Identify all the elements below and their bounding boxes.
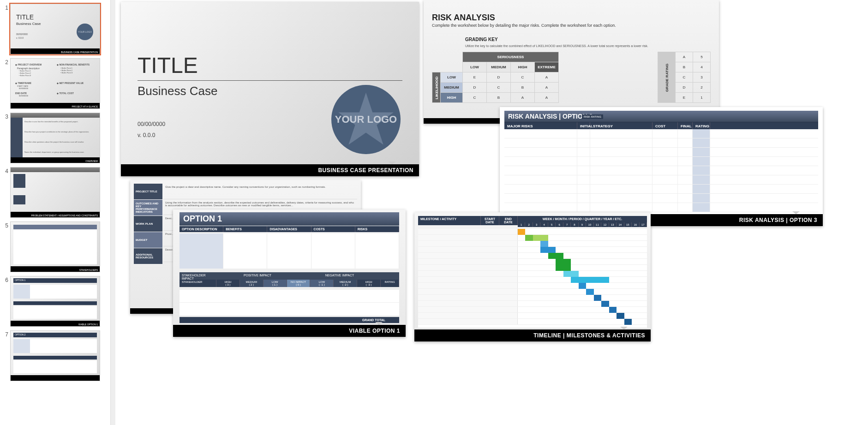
slide-footer: TIMELINE | MILESTONES & ACTIVITIES xyxy=(414,329,651,341)
slide-risk-option3[interactable]: RISK ANALYSIS | OPTION 3 MAJOR RISKSINIT… xyxy=(500,107,823,226)
gantt-period-numbers: 1234567891011121314151617 xyxy=(518,222,647,227)
risk3-header-bar: RISK ANALYSIS | OPTION 3 MAJOR RISKSINIT… xyxy=(504,111,818,127)
grading-key-sub: Utilize the key to calculate the combine… xyxy=(465,44,648,48)
canvas-area: TITLE Business Case 00/00/0000 v. 0.0.0 … xyxy=(111,0,868,425)
slide-title[interactable]: TITLE Business Case 00/00/0000 v. 0.0.0 … xyxy=(121,2,419,176)
slide-timeline[interactable]: MILESTONE / ACTIVITY START DATE END DATE… xyxy=(414,212,651,341)
logo-placeholder: YOUR LOGO xyxy=(331,85,401,154)
date-field: 00/00/0000 xyxy=(138,121,165,127)
scroll-indicator xyxy=(111,0,115,425)
slide-thumbnail-1[interactable]: TITLEBusiness Case00/00/0000v. 0.0.0YOUR… xyxy=(10,4,100,54)
main-title: TITLE xyxy=(138,53,198,78)
risk-subtitle: Complete the worksheet below by detailin… xyxy=(432,23,616,28)
risk-matrix: SERIOUSNESSLOWMEDIUMHIGHEXTREMELIKELIHOO… xyxy=(432,52,559,103)
slide-thumbnail-3[interactable]: Describe in one line the intended benefi… xyxy=(10,113,100,163)
main-subtitle: Business Case xyxy=(138,84,217,98)
slide-risk-analysis[interactable]: RISK ANALYSIS Complete the worksheet bel… xyxy=(424,0,719,124)
slide-footer: BUSINESS CASE PRESENTATION xyxy=(121,164,419,176)
stakeholder-grid xyxy=(180,290,399,316)
slide-thumbnail-6[interactable]: OPTION 1 VIABLE OPTION 1 xyxy=(10,276,100,327)
logo-text: YOUR LOGO xyxy=(331,85,401,154)
version-field: v. 0.0.0 xyxy=(138,132,155,138)
gantt-grid xyxy=(418,229,647,328)
impact-scale-row: STAKEHOLDERHIGH( 3 )MEDIUM( 2 )LOW( 1 )N… xyxy=(180,280,399,287)
slide-option1[interactable]: OPTION 1 OPTION DESCRIPTIONBENEFITSDISAD… xyxy=(173,210,406,337)
slide-thumbnail-7[interactable]: OPTION 2 xyxy=(10,330,100,381)
option1-title: OPTION 1 xyxy=(180,212,399,226)
slide-thumbnails-panel: 1TITLEBusiness Case00/00/0000v. 0.0.0YOU… xyxy=(0,0,111,425)
risk3-grid xyxy=(504,129,818,212)
slide-thumbnail-2[interactable]: ◆ PROJECT OVERVIEW Paragraph description… xyxy=(10,58,100,109)
slide-footer: VIABLE OPTION 1 xyxy=(173,325,406,337)
project-side-labels: PROJECT TITLEOUTCOMES AND KEY PERFORMANC… xyxy=(134,184,162,300)
risk-title: RISK ANALYSIS xyxy=(432,13,495,23)
slide-thumbnail-5[interactable]: STAKEHOLDERS xyxy=(10,221,100,272)
grading-key-title: GRADING KEY xyxy=(465,37,498,42)
grade-table: GRADE RATINGA5B4C3D2E1 xyxy=(658,52,711,103)
option1-body xyxy=(180,233,399,269)
slide-thumbnail-4[interactable]: PROBLEM STATEMENT / ASSUMPTIONS AND CONS… xyxy=(10,167,100,218)
option1-columns: OPTION DESCRIPTIONBENEFITSDISADVANTAGESC… xyxy=(180,226,399,232)
divider xyxy=(138,80,402,81)
grand-total: GRAND TOTAL xyxy=(180,317,399,323)
